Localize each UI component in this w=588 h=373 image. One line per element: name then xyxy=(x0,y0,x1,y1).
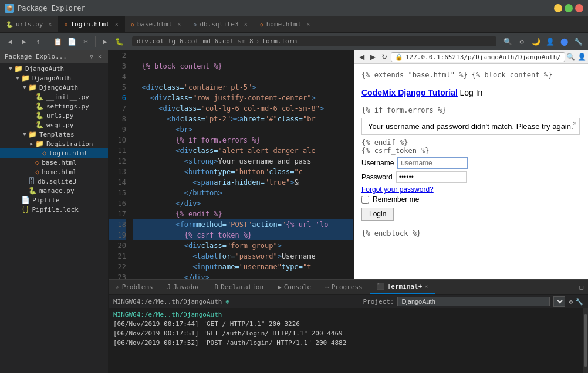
code-line: </button> xyxy=(133,188,353,198)
preview-forward-btn[interactable]: ▶ xyxy=(368,52,378,62)
terminal-config-icon[interactable]: 🔧 xyxy=(575,298,583,306)
tree-item-urls[interactable]: 🐍 urls.py xyxy=(0,111,108,120)
tree-item-settings[interactable]: 🐍 settings.py xyxy=(0,101,108,111)
sidebar-collapse-btn[interactable]: ▽ xyxy=(88,53,95,60)
preview-refresh-btn[interactable]: ↻ xyxy=(379,52,390,62)
terminal-add-icon[interactable]: ⊕ xyxy=(225,298,229,306)
preview-username-input[interactable] xyxy=(397,157,468,169)
tree-item-djangoauth-inner[interactable]: ▼ 📁 DjangoAuth xyxy=(0,83,108,92)
project-dropdown[interactable] xyxy=(553,296,565,307)
tree-item-djangoauth-project[interactable]: ▼ 📁 DjangoAuth xyxy=(0,64,108,73)
back-btn[interactable]: ◀ xyxy=(4,35,16,48)
tree-item-init[interactable]: 🐍 __init__.py xyxy=(0,92,108,101)
tree-item-pipfile[interactable]: 📄 Pipfile xyxy=(0,195,108,205)
tab-home-close[interactable]: × xyxy=(306,21,310,28)
preview-site-name[interactable]: CodeMix Django Tutorial xyxy=(361,88,458,97)
toolbar-sep-3 xyxy=(129,36,129,47)
tab-base-close[interactable]: × xyxy=(177,21,181,28)
bottom-tab-declaration[interactable]: D Declaration xyxy=(208,280,271,294)
tree-item-db[interactable]: 🗄 db.sqlite3 xyxy=(0,177,108,186)
terminal-scroll-thumb[interactable] xyxy=(584,314,587,367)
up-btn[interactable]: ↑ xyxy=(32,35,45,48)
breadcrumb-secondary: form.form xyxy=(262,38,297,45)
preview-search-btn[interactable]: 🔍 xyxy=(566,53,575,61)
terminal-header: MINGW64:/e/Me..th/DjangoAuth ⊕ Project: … xyxy=(109,295,588,308)
code-content[interactable]: {% block content %} <div class="containe… xyxy=(130,50,353,279)
theme-icon[interactable]: 🌙 xyxy=(529,35,542,48)
preview-forgot-link[interactable]: Forgot your password? xyxy=(361,185,434,194)
codemix-icon[interactable]: 🔧 xyxy=(572,35,584,48)
terminal-close-btn[interactable]: × xyxy=(424,283,428,290)
code-editor[interactable]: 2 3 4 5 6 7 8 9 10 11 12 13 14 15 16 17 xyxy=(109,50,353,279)
preview-error-close-btn[interactable]: × xyxy=(573,120,576,127)
html-file-icon: ◇ xyxy=(35,158,39,167)
bottom-tab-console[interactable]: ▶ Console xyxy=(271,280,318,294)
preview-remember-checkbox[interactable] xyxy=(361,196,369,204)
preview-back-btn[interactable]: ◀ xyxy=(357,52,367,62)
bottom-tab-terminal[interactable]: ⬛ Terminal+ × xyxy=(370,280,435,294)
tab-db[interactable]: ◇ db.sqlite3 × xyxy=(187,16,254,32)
code-line: <h4 class="pt-2"><a href="#" class="br xyxy=(133,114,353,124)
terminal-settings-icon[interactable]: ⚙ xyxy=(569,298,573,306)
search-icon[interactable]: 🔍 xyxy=(501,35,514,48)
profile-icon[interactable]: 👤 xyxy=(543,35,556,48)
breadcrumb-sep: › xyxy=(256,38,260,45)
bottom-tab-progress[interactable]: ⋯ Progress xyxy=(318,280,370,294)
tab-db-close[interactable]: × xyxy=(244,21,248,28)
tab-urls[interactable]: 🐍 urls.py × xyxy=(0,16,58,32)
tab-home[interactable]: ◇ home.html × xyxy=(254,16,317,32)
tab-home-label: home.html xyxy=(266,21,302,28)
tree-label: DjangoAuth xyxy=(32,74,71,82)
settings-icon[interactable]: ⚙ xyxy=(515,35,528,48)
preview-error-box: Your username and password didn't match.… xyxy=(361,118,580,135)
tab-db-icon: ◇ xyxy=(193,21,197,28)
paste-btn[interactable]: 📄 xyxy=(65,35,78,48)
tab-login-icon: ◇ xyxy=(64,21,67,28)
tree-item-pipfile-lock[interactable]: {} Pipfile.lock xyxy=(0,205,108,214)
bottom-tab-problems[interactable]: ⚠ Problems xyxy=(109,280,160,294)
editor-area: 2 3 4 5 6 7 8 9 10 11 12 13 14 15 16 17 xyxy=(109,50,588,373)
tree-label: DjangoAuth xyxy=(25,65,64,73)
chrome-icon[interactable]: ⬤ xyxy=(557,35,570,48)
delete-btn[interactable]: ✂ xyxy=(79,35,92,48)
bottom-maximize-icon[interactable]: □ xyxy=(578,282,584,292)
preview-remember-label: Remember me xyxy=(373,195,419,204)
preview-browser-icons: 🔍 👤 ⚙ ⋮ xyxy=(566,53,588,61)
terminal-scrollbar[interactable] xyxy=(583,308,588,373)
preview-password-input[interactable] xyxy=(396,171,467,183)
tree-label: base.html xyxy=(42,159,77,167)
tree-item-templates[interactable]: ▼ 📁 Templates xyxy=(0,130,108,139)
tree-label: DjangoAuth xyxy=(39,84,78,91)
preview-login-button[interactable]: Login xyxy=(361,208,394,221)
javadoc-icon: J xyxy=(167,283,171,291)
tree-item-manage[interactable]: 🐍 manage.py xyxy=(0,186,108,195)
tree-item-home-html[interactable]: ◇ home.html xyxy=(0,167,108,177)
tree-item-wsgi[interactable]: 🐍 wsgi.py xyxy=(0,120,108,130)
sidebar-close-btn[interactable]: × xyxy=(96,53,103,60)
tree-item-login-html[interactable]: ◇ login.html xyxy=(0,148,108,158)
tab-login-close[interactable]: × xyxy=(115,21,119,28)
tree-item-base-html[interactable]: ◇ base.html xyxy=(0,158,108,167)
close-window-button[interactable] xyxy=(575,4,583,12)
run-btn[interactable]: ▶ xyxy=(99,35,111,48)
tree-item-registration[interactable]: ▶ 📁 Registration xyxy=(0,139,108,148)
code-line: {% endif %} xyxy=(133,209,353,219)
tree-item-djangoauth-folder[interactable]: ▼ 📁 DjangoAuth xyxy=(0,73,108,83)
tab-urls-close[interactable]: × xyxy=(48,21,52,28)
project-input[interactable] xyxy=(397,297,550,306)
preview-panel: ◀ ▶ ↻ 🔒 127.0.0.1:65213/p/DjangoAuth/Dja… xyxy=(353,50,588,279)
bottom-tab-javadoc[interactable]: J Javadoc xyxy=(160,280,208,294)
bottom-minimize-icon[interactable]: − xyxy=(570,282,576,292)
preview-user-btn[interactable]: 👤 xyxy=(577,53,586,61)
preview-address-bar[interactable]: 🔒 127.0.0.1:65213/p/DjangoAuth/DjangoAut… xyxy=(391,52,565,62)
preview-url: 127.0.0.1:65213/p/DjangoAuth/DjangoAuth/ xyxy=(405,53,561,61)
minimize-button[interactable] xyxy=(554,4,562,12)
tab-base[interactable]: ◇ base.html × xyxy=(125,16,188,32)
forward-btn[interactable]: ▶ xyxy=(18,35,31,48)
tab-login[interactable]: ◇ login.html × xyxy=(58,16,124,32)
copy-btn[interactable]: 📋 xyxy=(51,35,64,48)
tab-base-label: base.html xyxy=(137,21,173,28)
debug-btn[interactable]: 🐛 xyxy=(113,35,126,48)
maximize-button[interactable] xyxy=(565,4,573,12)
terminal-path-label: MINGW64:/e/Me..th/DjangoAuth xyxy=(113,298,222,306)
